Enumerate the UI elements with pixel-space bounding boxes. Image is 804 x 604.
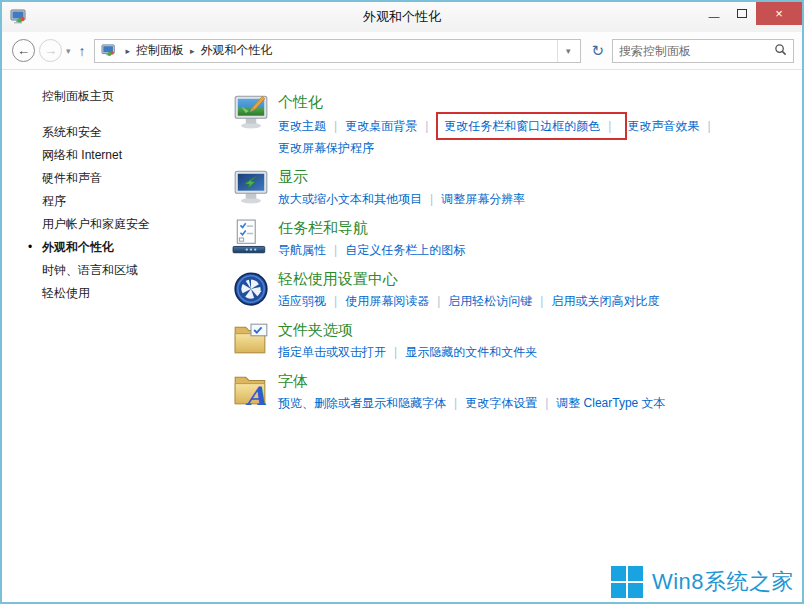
back-button[interactable]: ← [12, 39, 35, 62]
window-title: 外观和个性化 [2, 2, 802, 32]
section-display: 显示 放大或缩小文本和其他项目调整屏幕分辨率 [232, 167, 792, 209]
watermark: Win8系统之家 [611, 566, 794, 598]
maximize-icon [737, 9, 747, 18]
maximize-button[interactable] [728, 2, 756, 25]
sidebar-item-home[interactable]: 控制面板主页 [42, 88, 214, 105]
sidebar-item-label: 程序 [42, 194, 66, 208]
section-fonts: A 字体 预览、删除或者显示和隐藏字体更改字体设置调整 ClearType 文本 [232, 371, 792, 413]
link-show-hidden-files[interactable]: 显示隐藏的文件和文件夹 [405, 342, 537, 362]
link-preview-delete-show-hide-fonts[interactable]: 预览、删除或者显示和隐藏字体 [278, 393, 465, 413]
link-navigation-properties[interactable]: 导航属性 [278, 240, 345, 260]
section-body: 个性化 更改主题更改桌面背景更改任务栏和窗口边框的颜色更改声音效果更改屏幕保护程… [278, 92, 748, 158]
section-title-folder-options[interactable]: 文件夹选项 [278, 320, 353, 339]
address-dropdown-button[interactable]: ▾ [557, 40, 579, 62]
section-title-taskbar-navigation[interactable]: 任务栏和导航 [278, 218, 368, 237]
section-links: 预览、删除或者显示和隐藏字体更改字体设置调整 ClearType 文本 [278, 393, 748, 413]
section-title-ease-of-access-center[interactable]: 轻松使用设置中心 [278, 269, 398, 288]
sidebar-item-ease-of-access[interactable]: 轻松使用 [42, 282, 214, 305]
link-turn-on-easy-access-keys[interactable]: 启用轻松访问键 [448, 291, 551, 311]
sidebar-item-network-internet[interactable]: 网络和 Internet [42, 144, 214, 167]
up-button[interactable]: ↑ [79, 43, 86, 59]
refresh-button[interactable]: ↻ [587, 42, 612, 60]
link-adjust-cleartype-text[interactable]: 调整 ClearType 文本 [556, 393, 665, 413]
section-ease-of-access-center: 轻松使用设置中心 适应弱视使用屏幕阅读器启用轻松访问键启用或关闭高对比度 [232, 269, 792, 311]
link-change-theme[interactable]: 更改主题 [278, 116, 345, 136]
ease-of-access-icon [232, 270, 270, 308]
svg-text:A: A [245, 381, 267, 410]
search-icon[interactable] [774, 42, 787, 60]
sidebar-item-label: 外观和个性化 [42, 240, 114, 254]
link-customize-taskbar-icons[interactable]: 自定义任务栏上的图标 [345, 240, 465, 260]
sidebar-item-user-accounts[interactable]: 用户帐户和家庭安全 [42, 213, 214, 236]
window-controls: — × [700, 2, 802, 25]
section-links: 更改主题更改桌面背景更改任务栏和窗口边框的颜色更改声音效果更改屏幕保护程序 [278, 114, 748, 158]
link-change-sound-effects[interactable]: 更改声音效果 [627, 116, 718, 136]
sidebar-item-label: 硬件和声音 [42, 171, 102, 185]
sidebar-item-hardware-sound[interactable]: 硬件和声音 [42, 167, 214, 190]
content-area: 个性化 更改主题更改桌面背景更改任务栏和窗口边框的颜色更改声音效果更改屏幕保护程… [214, 70, 802, 602]
link-change-font-settings[interactable]: 更改字体设置 [465, 393, 556, 413]
sidebar-category-list: 系统和安全 网络和 Internet 硬件和声音 程序 用户帐户和家庭安全 •外… [42, 121, 214, 305]
fonts-icon: A [232, 372, 270, 410]
folder-options-icon [232, 321, 270, 359]
section-body: 文件夹选项 指定单击或双击打开显示隐藏的文件和文件夹 [278, 320, 748, 362]
section-body: 字体 预览、删除或者显示和隐藏字体更改字体设置调整 ClearType 文本 [278, 371, 748, 413]
breadcrumb-control-panel[interactable]: 控制面板 [134, 42, 186, 59]
sidebar-item-label: 时钟、语言和区域 [42, 263, 138, 277]
back-icon: ← [17, 43, 30, 58]
control-panel-icon [101, 44, 117, 58]
sidebar-item-appearance-personalization[interactable]: •外观和个性化 [42, 236, 214, 259]
link-turn-high-contrast-on-off[interactable]: 启用或关闭高对比度 [551, 291, 659, 311]
sidebar-item-label: 系统和安全 [42, 125, 102, 139]
breadcrumb-separator-icon: ▸ [126, 46, 131, 56]
forward-button[interactable]: → [39, 39, 62, 62]
section-body: 任务栏和导航 导航属性自定义任务栏上的图标 [278, 218, 748, 260]
link-single-or-double-click[interactable]: 指定单击或双击打开 [278, 342, 405, 362]
section-title-fonts[interactable]: 字体 [278, 371, 308, 390]
section-folder-options: 文件夹选项 指定单击或双击打开显示隐藏的文件和文件夹 [232, 320, 792, 362]
sidebar-item-programs[interactable]: 程序 [42, 190, 214, 213]
forward-icon: → [44, 43, 57, 58]
close-button[interactable]: × [756, 2, 802, 25]
close-icon: × [775, 6, 783, 21]
history-dropdown-button[interactable]: ▾ [66, 46, 71, 56]
window-body: 控制面板主页 系统和安全 网络和 Internet 硬件和声音 程序 用户帐户和… [2, 70, 802, 602]
control-panel-window: 外观和个性化 — × ← → ▾ ↑ ▸ 控制面板 ▸ [0, 0, 804, 604]
section-title-personalization[interactable]: 个性化 [278, 92, 323, 111]
section-links: 指定单击或双击打开显示隐藏的文件和文件夹 [278, 342, 748, 362]
breadcrumb: ▸ 控制面板 ▸ 外观和个性化 ▾ [94, 39, 582, 63]
section-personalization: 个性化 更改主题更改桌面背景更改任务栏和窗口边框的颜色更改声音效果更改屏幕保护程… [232, 92, 792, 158]
link-change-screen-saver[interactable]: 更改屏幕保护程序 [278, 138, 374, 158]
section-links: 适应弱视使用屏幕阅读器启用轻松访问键启用或关闭高对比度 [278, 291, 748, 311]
sidebar: 控制面板主页 系统和安全 网络和 Internet 硬件和声音 程序 用户帐户和… [2, 70, 214, 602]
sidebar-item-system-security[interactable]: 系统和安全 [42, 121, 214, 144]
search-input[interactable] [619, 44, 774, 58]
watermark-text: Win8系统之家 [652, 567, 794, 597]
navigation-bar: ← → ▾ ↑ ▸ 控制面板 ▸ 外观和个性化 ▾ ↻ [2, 32, 802, 70]
personalization-icon [232, 93, 270, 131]
link-make-text-larger-smaller[interactable]: 放大或缩小文本和其他项目 [278, 189, 441, 209]
section-links: 放大或缩小文本和其他项目调整屏幕分辨率 [278, 189, 748, 209]
breadcrumb-current[interactable]: 外观和个性化 [199, 42, 275, 59]
sidebar-item-label: 轻松使用 [42, 286, 90, 300]
windows-logo-icon [611, 566, 643, 598]
link-accommodate-low-vision[interactable]: 适应弱视 [278, 291, 345, 311]
sidebar-item-clock-language-region[interactable]: 时钟、语言和区域 [42, 259, 214, 282]
link-adjust-screen-resolution[interactable]: 调整屏幕分辨率 [441, 189, 525, 209]
link-use-screen-reader[interactable]: 使用屏幕阅读器 [345, 291, 448, 311]
section-links: 导航属性自定义任务栏上的图标 [278, 240, 748, 260]
active-bullet-icon: • [28, 236, 32, 259]
section-title-display[interactable]: 显示 [278, 167, 308, 186]
sidebar-item-label: 网络和 Internet [42, 148, 122, 162]
display-icon [232, 168, 270, 206]
section-body: 轻松使用设置中心 适应弱视使用屏幕阅读器启用轻松访问键启用或关闭高对比度 [278, 269, 748, 311]
breadcrumb-separator-icon: ▸ [190, 46, 195, 56]
taskbar-icon [232, 219, 270, 257]
minimize-icon: — [709, 10, 720, 22]
link-change-desktop-background[interactable]: 更改桌面背景 [345, 116, 436, 136]
titlebar: 外观和个性化 — × [2, 2, 802, 32]
minimize-button[interactable]: — [700, 2, 728, 25]
section-body: 显示 放大或缩小文本和其他项目调整屏幕分辨率 [278, 167, 748, 209]
link-change-taskbar-window-border-color[interactable]: 更改任务栏和窗口边框的颜色 [436, 112, 627, 140]
section-taskbar-navigation: 任务栏和导航 导航属性自定义任务栏上的图标 [232, 218, 792, 260]
